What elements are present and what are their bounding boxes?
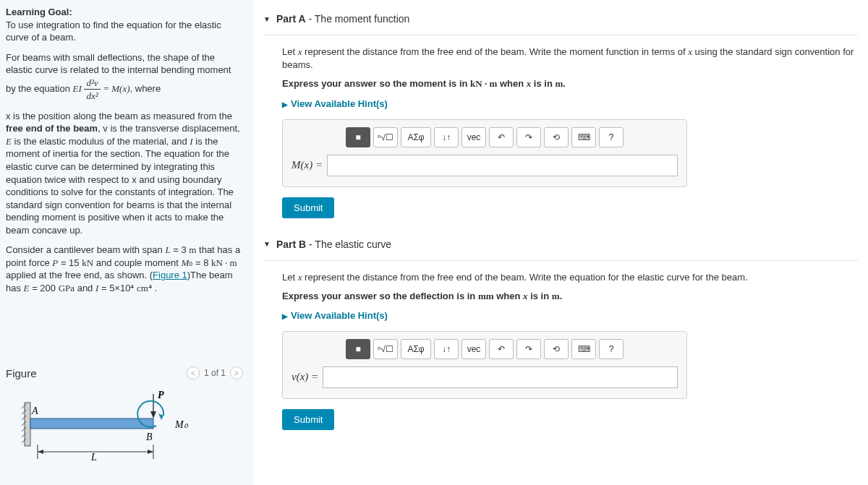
part-b-answer-label: v(x) =: [292, 371, 318, 383]
part-a-hints-toggle[interactable]: ▶View Available Hint(s): [282, 98, 858, 109]
tb-reset-button[interactable]: ⟲: [544, 339, 569, 359]
part-b-question: Let x represent the distance from the fr…: [282, 271, 858, 284]
svg-marker-12: [150, 411, 156, 419]
tb-undo-button[interactable]: ↶: [489, 339, 514, 359]
part-a-answer-box: ■ ⁿ√☐ ΑΣφ ↓↑ vec ↶ ↷ ⟲ ⌨ ? M(x) =: [282, 119, 687, 187]
part-b-answer-input[interactable]: [323, 366, 678, 388]
learning-goal-text: To use integration to find the equation …: [6, 20, 221, 43]
part-a-question: Let x represent the distance from the fr…: [282, 46, 858, 72]
pager-prev-button[interactable]: <: [187, 366, 200, 379]
svg-text:L: L: [90, 452, 97, 463]
figure-link[interactable]: Figure 1: [153, 270, 187, 280]
learning-goal-label: Learning Goal:: [6, 7, 72, 17]
tb-help-button[interactable]: ?: [599, 127, 624, 147]
theory-para-2: x is the position along the beam as meas…: [6, 110, 243, 236]
part-b-answer-box: ■ ⁿ√☐ ΑΣφ ↓↑ vec ↶ ↷ ⟲ ⌨ ? v(x) =: [282, 331, 687, 399]
tb-redo-button[interactable]: ↷: [516, 339, 541, 359]
tb-help-button[interactable]: ?: [599, 339, 624, 359]
tb-redo-button[interactable]: ↷: [516, 127, 541, 147]
tb-greek-button[interactable]: ΑΣφ: [401, 127, 431, 147]
tb-vec-button[interactable]: vec: [461, 127, 486, 147]
pager-label: 1 of 1: [204, 368, 226, 378]
tb-vec-button[interactable]: vec: [461, 339, 486, 359]
part-a-header[interactable]: ▼ Part A - The moment function: [263, 6, 858, 35]
caret-down-icon: ▼: [263, 240, 271, 248]
tb-subsup-button[interactable]: ↓↑: [434, 127, 459, 147]
tb-subsup-button[interactable]: ↓↑: [434, 339, 459, 359]
caret-right-icon: ▶: [282, 312, 288, 320]
tb-templates-button[interactable]: ■: [346, 339, 370, 359]
tb-sqrt-button[interactable]: ⁿ√☐: [373, 339, 398, 359]
svg-text:P: P: [158, 390, 164, 400]
tb-keyboard-button[interactable]: ⌨: [571, 339, 596, 359]
caret-down-icon: ▼: [263, 15, 271, 23]
svg-rect-8: [30, 419, 153, 429]
part-a-express: Express your answer so the moment is in …: [282, 77, 858, 90]
svg-text:B: B: [146, 432, 153, 442]
part-a-answer-input[interactable]: [327, 155, 678, 176]
tb-sqrt-button[interactable]: ⁿ√☐: [373, 127, 398, 147]
part-a-submit-button[interactable]: Submit: [282, 197, 334, 218]
part-b-express: Express your answer so the deflection is…: [282, 290, 858, 303]
tb-keyboard-button[interactable]: ⌨: [571, 127, 596, 147]
svg-marker-14: [158, 413, 163, 420]
caret-right-icon: ▶: [282, 100, 288, 108]
tb-undo-button[interactable]: ↶: [489, 127, 514, 147]
beam-diagram: A B P M₀ L: [12, 388, 192, 464]
tb-greek-button[interactable]: ΑΣφ: [401, 339, 431, 359]
svg-marker-20: [148, 450, 153, 454]
tb-templates-button[interactable]: ■: [346, 127, 370, 147]
part-b-submit-button[interactable]: Submit: [282, 409, 334, 430]
part-a-answer-label: M(x) =: [292, 159, 323, 171]
tb-reset-button[interactable]: ⟲: [544, 127, 569, 147]
part-b-hints-toggle[interactable]: ▶View Available Hint(s): [282, 310, 858, 321]
svg-text:M₀: M₀: [174, 419, 189, 430]
svg-text:A: A: [31, 405, 38, 416]
theory-para-1: For beams with small deflections, the sh…: [6, 51, 243, 103]
pager-next-button[interactable]: >: [230, 366, 243, 379]
theory-para-3: Consider a cantilever beam with span L =…: [6, 244, 243, 294]
figure-title: Figure: [6, 367, 37, 379]
part-b-header[interactable]: ▼ Part B - The elastic curve: [263, 231, 858, 261]
svg-marker-19: [38, 450, 43, 454]
